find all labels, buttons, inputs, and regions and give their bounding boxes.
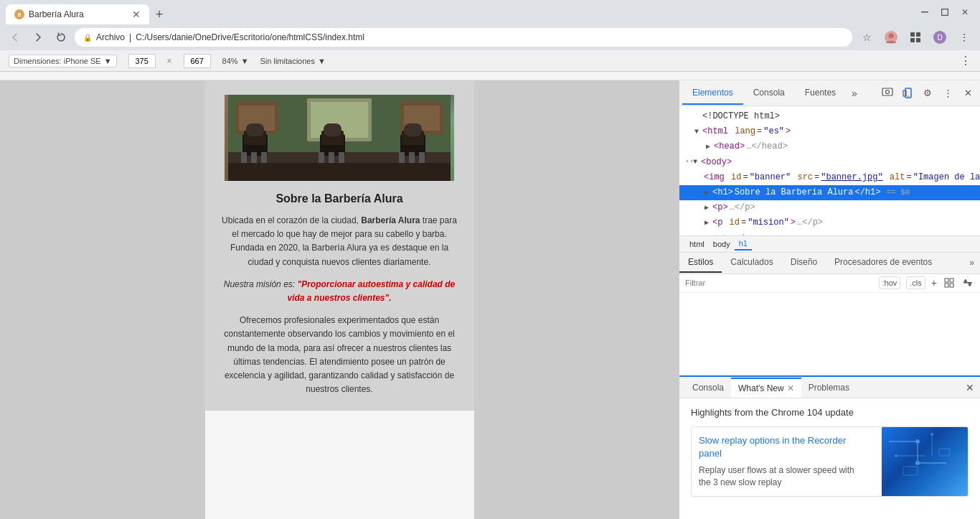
- dom-p-mision-line[interactable]: <p id = "mision" > …</p>: [679, 215, 980, 230]
- minimize-button[interactable]: [915, 5, 934, 19]
- svg-rect-63: [903, 467, 918, 475]
- svg-point-57: [915, 461, 920, 465]
- limit-label: Sin limitaciones: [260, 57, 315, 65]
- filter-pseudo-button[interactable]: :hov: [879, 276, 901, 289]
- styles-tab-calculados[interactable]: Calculados: [722, 253, 781, 273]
- styles-tab-diseno[interactable]: Diseño: [782, 253, 826, 273]
- barber-scene-svg: [228, 95, 451, 181]
- dom-p1-arrow[interactable]: [702, 202, 711, 214]
- dom-body-arrow[interactable]: [691, 156, 699, 168]
- svg-rect-2: [921, 11, 928, 13]
- barber-h1: Sobre la Barbería Alura: [220, 192, 460, 205]
- profile-avatar[interactable]: D: [930, 27, 950, 47]
- devtools-inspect-button[interactable]: [878, 84, 897, 103]
- dom-head-line[interactable]: <head> …</head>: [679, 139, 980, 154]
- filter-grid-icon[interactable]: [943, 276, 956, 289]
- close-button[interactable]: ✕: [956, 5, 974, 19]
- devtools-header: Elementos Consola Fuentes »: [679, 80, 980, 106]
- device-selector[interactable]: Dimensiones: iPhone SE ▼: [9, 55, 117, 67]
- svg-rect-47: [950, 284, 953, 287]
- devtools-tab-elements[interactable]: Elementos: [682, 82, 743, 105]
- filter-adjust-icon[interactable]: [961, 276, 974, 289]
- dom-panel[interactable]: <!DOCTYPE html> <html lang = "es" > <hea…: [679, 106, 980, 235]
- devtools-device-button[interactable]: [898, 84, 917, 103]
- tab-close-button[interactable]: ✕: [132, 9, 141, 19]
- address-bar: 🔒 Archivo | C:/Users/danie/OneDrive/Escr…: [0, 24, 980, 50]
- devtools-tabs-more[interactable]: »: [846, 85, 863, 102]
- svg-rect-9: [916, 38, 920, 42]
- whats-new-content: Highlights from the Chrome 104 update Sl…: [679, 398, 980, 519]
- dom-doctype-text: <!DOCTYPE html>: [702, 110, 780, 123]
- p1-bold: Barbería Alura: [361, 215, 420, 225]
- dom-html-arrow[interactable]: [692, 126, 701, 138]
- filter-class-button[interactable]: .cls: [906, 276, 925, 289]
- breadcrumb-html[interactable]: html: [685, 238, 709, 250]
- devtools-tab-console[interactable]: Consola: [743, 82, 795, 105]
- svg-rect-30: [329, 152, 334, 163]
- devtools-close-button[interactable]: ✕: [958, 84, 977, 103]
- zoom-label: 84%: [222, 57, 238, 65]
- profile-button[interactable]: [881, 27, 901, 47]
- breadcrumb-h1[interactable]: h1: [735, 238, 752, 251]
- styles-tabs-more[interactable]: »: [963, 255, 980, 271]
- bottom-tab-close-button[interactable]: ✕: [787, 383, 794, 393]
- devtools-tab-sources[interactable]: Fuentes: [795, 82, 846, 105]
- dom-p1-line[interactable]: <p> …</p>: [679, 200, 980, 215]
- dom-html-line[interactable]: <html lang = "es" >: [679, 124, 980, 139]
- article-image-inner: [882, 427, 968, 496]
- dom-body-line[interactable]: ••• <body>: [679, 155, 980, 170]
- filter-input[interactable]: [685, 279, 873, 287]
- address-input[interactable]: 🔒 Archivo | C:/Users/danie/OneDrive/Escr…: [75, 28, 852, 47]
- width-input[interactable]: [128, 54, 156, 68]
- address-separator: |: [129, 32, 131, 42]
- svg-text:B: B: [17, 12, 21, 17]
- zoom-selector[interactable]: 84% ▼: [222, 57, 249, 65]
- extensions-button[interactable]: [905, 27, 925, 47]
- svg-rect-31: [339, 152, 344, 163]
- bottom-tab-problems[interactable]: Problemas: [801, 378, 857, 397]
- limit-selector[interactable]: Sin limitaciones ▼: [260, 57, 326, 65]
- breadcrumb-body[interactable]: body: [709, 238, 735, 250]
- back-button[interactable]: [6, 28, 24, 47]
- devtools-more-options[interactable]: ⋮: [938, 84, 957, 103]
- bottom-tab-whats-new[interactable]: What's New ✕: [731, 378, 801, 398]
- filter-bar: :hov .cls +: [679, 274, 980, 293]
- styles-tab-procesadores[interactable]: Procesadores de eventos: [826, 253, 941, 273]
- menu-button[interactable]: ⋮: [954, 27, 974, 47]
- bookmark-button[interactable]: ☆: [857, 27, 877, 47]
- dom-p-mision-arrow[interactable]: [702, 218, 711, 229]
- svg-rect-39: [882, 88, 892, 95]
- bottom-panel-close-button[interactable]: ✕: [966, 382, 974, 393]
- height-input[interactable]: [184, 54, 211, 68]
- forward-button[interactable]: [29, 28, 47, 47]
- barber-p2: Ofrecemos profesionales experimentados q…: [220, 314, 460, 396]
- active-tab[interactable]: B Barbería Alura ✕: [6, 4, 149, 24]
- dom-img-src-link[interactable]: "banner.jpg": [821, 171, 882, 184]
- dom-h1-current-indicator: == $0: [886, 187, 910, 200]
- article-description: Replay user flows at a slower speed with…: [699, 464, 867, 489]
- bottom-tab-problems-label: Problemas: [809, 383, 849, 393]
- article-thumbnail: [882, 427, 968, 496]
- article-text: Slow replay options in the Recorder pane…: [692, 427, 875, 496]
- reload-button[interactable]: [52, 28, 70, 47]
- dimension-separator: ×: [167, 56, 172, 66]
- bottom-tab-console[interactable]: Consola: [685, 378, 731, 397]
- dom-h1-arrow[interactable]: [702, 187, 711, 199]
- limit-arrow-icon: ▼: [318, 57, 326, 65]
- devtools-settings-button[interactable]: ⚙: [918, 84, 937, 103]
- bottom-panel: Consola What's New ✕ Problemas ✕ Highlig…: [679, 375, 980, 519]
- styles-tab-estilos[interactable]: Estilos: [679, 253, 722, 273]
- maximize-button[interactable]: [936, 5, 954, 19]
- dom-h1-line[interactable]: <h1> Sobre la Barbería Alura </h1> == $0: [679, 185, 980, 200]
- devtools-more-menu[interactable]: ⋮: [960, 54, 971, 67]
- svg-rect-62: [939, 449, 950, 456]
- svg-rect-25: [261, 152, 267, 163]
- new-tab-button[interactable]: +: [149, 4, 169, 24]
- dom-head-arrow[interactable]: [704, 141, 712, 153]
- svg-rect-45: [950, 279, 953, 282]
- filter-add-button[interactable]: +: [931, 277, 937, 289]
- article-title-link[interactable]: Slow replay options in the Recorder pane…: [699, 434, 867, 460]
- dom-doctype-line: <!DOCTYPE html>: [679, 109, 980, 124]
- dom-img-line[interactable]: <img id = "banner" src = "banner.jpg" al…: [679, 170, 980, 185]
- address-url: C:/Users/danie/OneDrive/Escritorio/one/h…: [136, 32, 364, 42]
